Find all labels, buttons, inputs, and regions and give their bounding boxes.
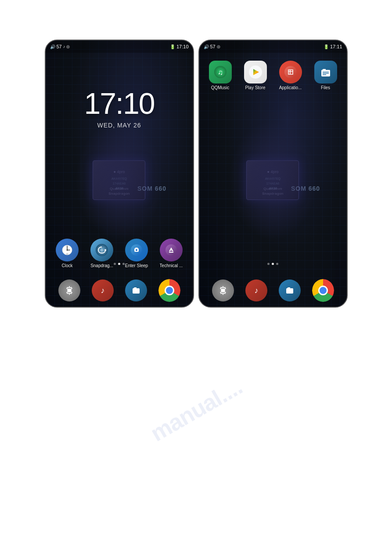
app-row-left: 12 Clock [50,239,189,268]
technical-icon[interactable] [160,239,183,261]
volume-icon-right: 🔊 [204,44,209,49]
dock-chrome-left[interactable] [158,279,180,301]
music-svg-right: ♪ [251,285,262,296]
clock-icon[interactable]: 12 [56,239,79,261]
dock-chrome-right[interactable] [312,279,334,301]
lock-date: WED, MAY 26 [46,122,193,129]
status-right-right: 🔋 17:11 [324,44,342,49]
applications-svg [284,65,297,79]
app-grid-left: 12 Clock [46,239,193,272]
status-bar-left: 🔊 57 ♪ ◎ 🔋 17:10 [46,40,193,53]
rdot-1 [267,263,270,265]
qqmusic-icon[interactable]: ♫ [209,61,232,83]
technical-svg [165,244,177,256]
svg-point-10 [136,249,137,251]
clock-label: Clock [61,263,72,268]
bluetooth-icon-left: ♪ [63,44,65,49]
clock-svg: 12 [61,244,73,256]
svg-text:♫: ♫ [218,69,223,76]
chrome-outer-left [158,279,180,302]
chip-block-right: ● 4pro AK4497EQ 174AEA6 AKM [246,160,299,200]
app-clock[interactable]: 12 Clock [52,239,83,268]
app-files-top[interactable]: Files [310,61,341,90]
volume-icon-left: 🔊 [50,44,55,49]
som-label-left: SOM 660 [137,185,166,192]
snapdragon-label: Snapdrag... [90,263,113,268]
battery-icon-left: 🔋 [170,44,175,49]
svg-point-6 [104,249,106,251]
app-technical[interactable]: Technical ... [156,239,187,268]
battery-level-right: 57 [210,44,216,49]
app-applications[interactable]: Applicatio... [275,61,306,90]
svg-point-21 [284,66,297,78]
location-icon-left: ◎ [66,44,70,49]
playstore-icon[interactable] [244,61,267,83]
music-svg-left: ♪ [97,285,108,296]
status-left-right: 🔊 57 ◎ [204,44,220,49]
lock-time-display: 17:10 [46,88,193,118]
sleep-svg [130,244,143,256]
applications-label: Applicatio... [279,85,302,90]
qqmusic-svg: ♫ [214,65,227,79]
snapdragon-svg [95,243,108,257]
top-app-row: ♫ QQMusic [199,56,347,90]
battery-icon-right: 🔋 [324,44,329,49]
dock-files-left[interactable] [125,279,147,301]
snapdragon-icon[interactable] [90,239,113,261]
dock-settings-right[interactable] [212,279,234,301]
dock-settings-left[interactable] [58,279,80,301]
dock-music-left[interactable]: ♪ [92,279,114,301]
playstore-label: Play Store [245,85,265,90]
chrome-inner-left [165,286,174,295]
app-snapdragon[interactable]: Snapdrag... [86,239,117,268]
settings-svg-left [64,285,75,296]
chip-block-left: ● 4pro AK4497EQ 174AEA6 AKM [93,160,145,200]
svg-text:12: 12 [66,253,68,255]
filesapp-label: Files [321,85,330,90]
status-left-left: 🔊 57 ♪ ◎ [50,44,70,49]
chrome-icon-left[interactable] [158,279,180,302]
chip-inner-right: ● 4pro AK4497EQ 174AEA6 AKM [265,169,281,192]
dock-right: ♪ [199,279,347,301]
lock-time-container: 17:10 WED, MAY 26 [46,88,193,129]
svg-point-13 [170,249,172,251]
playstore-svg [248,65,263,79]
status-time-left: 17:10 [176,44,189,49]
page-container: ● 4pro AK4497EQ 174AEA6 AKM SOM 660 🔊 57… [0,0,392,555]
svg-text:♪: ♪ [254,286,258,295]
settings-svg-right [217,285,229,296]
rdot-3 [276,263,278,265]
page-dots-right [199,263,347,265]
status-time-right: 17:11 [330,44,342,49]
sleep-icon[interactable] [125,239,148,261]
status-bar-right: 🔊 57 ◎ 🔋 17:11 [199,40,347,53]
dock-left: ♪ [46,279,193,301]
phone-left: ● 4pro AK4497EQ 174AEA6 AKM SOM 660 🔊 57… [45,40,194,308]
technical-label: Technical ... [160,263,183,268]
chrome-inner-right [318,286,328,295]
files-svg-left [130,285,142,296]
chrome-icon-right[interactable] [312,279,334,302]
location-icon-right: ◎ [217,44,220,49]
phones-row: ● 4pro AK4497EQ 174AEA6 AKM SOM 660 🔊 57… [45,40,348,308]
app-playstore[interactable]: Play Store [240,61,271,90]
svg-text:♪: ♪ [101,286,104,295]
qqmusic-label: QQMusic [211,85,230,90]
filesapp-svg [319,65,332,79]
chip-visual-right: ● 4pro AK4497EQ 174AEA6 AKM SOM 660 [221,134,324,227]
files-svg-right [284,285,295,296]
filesapp-icon[interactable] [314,61,337,83]
status-right-left: 🔋 17:10 [170,44,189,49]
dock-files-right[interactable] [279,279,301,301]
svg-rect-9 [135,248,138,249]
rdot-2 [272,263,274,265]
dock-music-right[interactable]: ♪ [245,279,267,301]
watermark: manual.... [56,322,335,498]
chrome-outer-right [312,279,334,302]
som-label-right: SOM 660 [291,185,320,192]
applications-icon[interactable] [279,61,302,83]
chip-inner-left: ● 4pro AK4497EQ 174AEA6 AKM [111,169,127,192]
app-enter-sleep[interactable]: Enter Sleep [121,239,152,268]
app-qqmusic[interactable]: ♫ QQMusic [205,61,236,90]
phone-right: ● 4pro AK4497EQ 174AEA6 AKM SOM 660 🔊 57… [198,40,348,308]
